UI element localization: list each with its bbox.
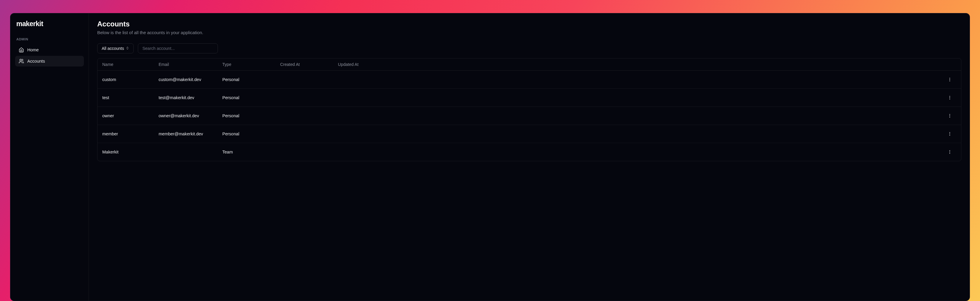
sidebar-item-label: Home (27, 48, 39, 52)
home-icon (19, 47, 24, 53)
table-cell-actions (941, 75, 959, 84)
table-cell-type: Personal (220, 77, 278, 82)
svg-point-0 (20, 59, 22, 61)
table-cell-actions (941, 130, 959, 138)
sidebar: makerkit ADMIN Home Acco (10, 13, 89, 301)
table-cell-actions (941, 112, 959, 120)
table-body: customcustom@makerkit.devPersonaltesttes… (97, 70, 961, 161)
table-row: MakerkitTeam (97, 143, 961, 161)
svg-point-13 (950, 150, 950, 151)
svg-point-1 (950, 78, 950, 78)
svg-point-7 (950, 114, 950, 115)
svg-point-14 (950, 152, 950, 152)
table-cell-name: custom (100, 77, 156, 82)
table-cell-type: Personal (220, 95, 278, 100)
accounts-table: Name Email Type Created At Updated At cu… (97, 58, 961, 161)
svg-point-2 (950, 79, 950, 80)
table-cell-name: owner (100, 114, 156, 118)
sidebar-item-accounts[interactable]: Accounts (15, 56, 84, 67)
row-actions-button[interactable] (946, 112, 954, 120)
svg-point-5 (950, 98, 950, 98)
row-actions-button[interactable] (946, 130, 954, 138)
column-header-created: Created At (278, 62, 336, 67)
more-vertical-icon (947, 150, 952, 154)
controls-row: All accounts (97, 43, 961, 53)
more-vertical-icon (947, 131, 952, 136)
table-header: Name Email Type Created At Updated At (97, 58, 961, 70)
sidebar-item-label: Accounts (27, 59, 45, 64)
svg-point-6 (950, 99, 950, 99)
table-cell-email: member@makerkit.dev (156, 131, 220, 136)
chevron-sort-icon (126, 46, 129, 51)
logo: makerkit (15, 20, 84, 35)
row-actions-button[interactable] (946, 75, 954, 84)
more-vertical-icon (947, 77, 952, 82)
table-cell-name: member (100, 131, 156, 136)
sidebar-item-home[interactable]: Home (15, 45, 84, 55)
table-row: ownerowner@makerkit.devPersonal (97, 107, 961, 125)
svg-point-15 (950, 153, 950, 154)
column-header-updated: Updated At (336, 62, 941, 67)
search-input[interactable] (138, 43, 218, 53)
page-subtitle: Below is the list of all the accounts in… (97, 30, 961, 35)
svg-point-12 (950, 135, 950, 135)
column-header-email: Email (156, 62, 220, 67)
table-row: membermember@makerkit.devPersonal (97, 125, 961, 143)
filter-label: All accounts (102, 46, 124, 51)
svg-point-11 (950, 134, 950, 134)
table-cell-type: Team (220, 150, 278, 154)
table-row: testtest@makerkit.devPersonal (97, 89, 961, 107)
page-title: Accounts (97, 20, 961, 28)
main-content: Accounts Below is the list of all the ac… (89, 13, 970, 301)
column-header-name: Name (100, 62, 156, 67)
app-window: makerkit ADMIN Home Acco (10, 13, 970, 301)
users-icon (19, 58, 24, 64)
svg-point-3 (950, 80, 950, 81)
row-actions-button[interactable] (946, 93, 954, 102)
table-row: customcustom@makerkit.devPersonal (97, 70, 961, 89)
column-header-type: Type (220, 62, 278, 67)
more-vertical-icon (947, 114, 952, 118)
column-header-actions (941, 62, 959, 67)
table-cell-email: owner@makerkit.dev (156, 114, 220, 118)
table-cell-type: Personal (220, 131, 278, 136)
svg-point-8 (950, 115, 950, 116)
table-cell-email: test@makerkit.dev (156, 95, 220, 100)
filter-dropdown[interactable]: All accounts (97, 43, 134, 53)
table-cell-email: custom@makerkit.dev (156, 77, 220, 82)
sidebar-section-label: ADMIN (15, 35, 84, 45)
row-actions-button[interactable] (946, 148, 954, 156)
more-vertical-icon (947, 95, 952, 100)
svg-point-10 (950, 132, 950, 133)
table-cell-type: Personal (220, 114, 278, 118)
table-cell-actions (941, 93, 959, 102)
svg-point-9 (950, 117, 950, 117)
svg-point-4 (950, 96, 950, 96)
table-cell-name: test (100, 95, 156, 100)
table-cell-name: Makerkit (100, 150, 156, 154)
table-cell-actions (941, 148, 959, 156)
